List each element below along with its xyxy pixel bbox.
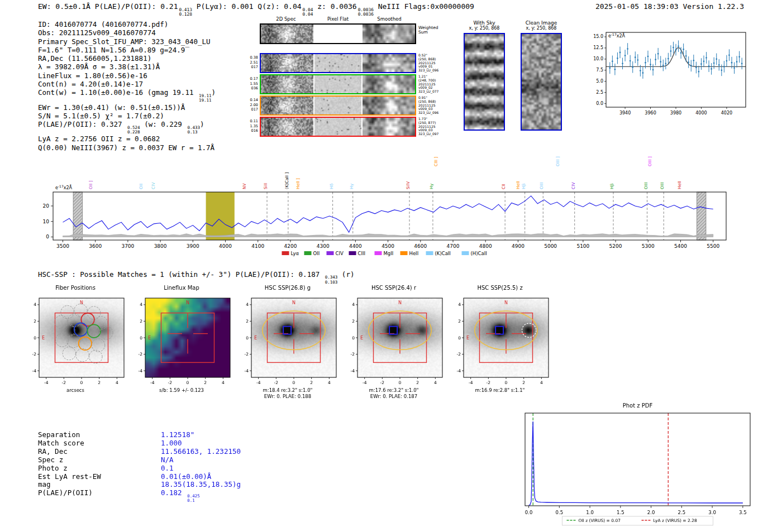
svg-text:0: 0 — [140, 336, 142, 341]
svg-text:0: 0 — [458, 336, 461, 341]
cutout-caption: EWr: 0. PLAE: 0.187 — [341, 394, 447, 399]
catalog-marker — [283, 327, 291, 334]
compass-east: E — [360, 336, 363, 341]
svg-text:-2: -2 — [32, 352, 37, 357]
svg-text:-2: -2 — [139, 352, 143, 357]
svg-text:-4: -4 — [44, 380, 49, 385]
svg-text:-4: -4 — [457, 368, 461, 373]
match-row: Photo z0.1 — [38, 464, 241, 473]
svg-text:4: 4 — [328, 380, 331, 385]
catalog-marker — [495, 327, 503, 334]
svg-text:-2: -2 — [351, 352, 355, 357]
fiber-circle — [55, 334, 68, 347]
svg-text:2: 2 — [204, 380, 207, 385]
svg-text:0: 0 — [246, 336, 249, 341]
legend-label: LyA z (VIRUS) = 2.28 — [654, 518, 697, 523]
svg-text:0: 0 — [34, 336, 36, 341]
match-row: Spec zN/A — [38, 456, 241, 464]
cutout-title: HSC SSP(26.8) g — [235, 285, 341, 291]
match-field-label: RA, Dec — [38, 448, 161, 456]
svg-text:-2: -2 — [274, 380, 279, 385]
fiber-circle — [79, 337, 92, 350]
photz-plot: Phot z PDF0.00.51.01.52.02.53.03.5OII z … — [511, 401, 760, 532]
photz-title: Phot z PDF — [623, 402, 653, 409]
cutout-title: HSC SSP(26.4) r — [341, 285, 447, 291]
cutout-caption: EWr: 0. PLAE: 0.188 — [235, 394, 341, 399]
fiber-circle — [67, 334, 80, 347]
svg-text:2.5: 2.5 — [678, 510, 686, 515]
compass-east: E — [466, 336, 469, 341]
compass-north: N — [504, 300, 508, 305]
match-field-value: N/A — [161, 456, 174, 464]
svg-text:0: 0 — [399, 380, 402, 385]
svg-text:-4: -4 — [351, 368, 355, 373]
fiber-circle — [61, 305, 74, 318]
match-row: mag18.35(18.35,18.35)g — [38, 481, 241, 489]
cutout-caption: m:18.4 re:3.2" s:1.0" — [235, 387, 341, 393]
svg-text:4: 4 — [246, 302, 249, 307]
svg-text:2: 2 — [310, 380, 313, 385]
svg-text:-4: -4 — [469, 380, 473, 385]
fiber-circle — [55, 315, 68, 328]
cutout-axes: -4-4-2-2002244NE — [341, 294, 447, 390]
svg-text:0: 0 — [505, 380, 508, 385]
svg-text:-4: -4 — [256, 380, 261, 385]
cutout-panel: Lineflux Map-4-4-2-2002244NEs/b: 1.59 +/… — [128, 284, 235, 404]
fiber-circle — [92, 339, 104, 352]
fiber-circle — [63, 347, 75, 360]
cutout-axes: -4-4-2-2002244NE — [235, 294, 341, 390]
svg-text:2: 2 — [34, 319, 36, 324]
legend-label: OII z (VIRUS) = 0.07 — [579, 518, 621, 523]
svg-text:2: 2 — [140, 319, 142, 324]
fiber-circle — [100, 326, 113, 339]
match-field-label: Photo z — [38, 464, 161, 473]
svg-text:0: 0 — [352, 336, 355, 341]
cutout-axes: -4-4-2-2002244NE — [447, 294, 553, 390]
fiber-circle — [94, 317, 107, 329]
svg-text:4: 4 — [540, 380, 543, 385]
svg-text:4: 4 — [352, 302, 355, 307]
cutout-axes: -4-4-2-2002244NE — [22, 294, 128, 390]
svg-text:2.0: 2.0 — [647, 510, 655, 515]
svg-text:0: 0 — [293, 380, 295, 385]
svg-text:4: 4 — [222, 380, 225, 385]
svg-text:3.5: 3.5 — [739, 510, 747, 515]
match-field-value: 0.1 — [161, 464, 174, 472]
compass-north: N — [186, 300, 189, 305]
svg-text:2: 2 — [458, 319, 461, 324]
match-field-label: Separation — [38, 431, 161, 439]
svg-text:-2: -2 — [168, 380, 173, 385]
fiber-circle — [68, 314, 81, 327]
sup-sub-value: 0.4250.1 — [187, 494, 200, 504]
compass-east: E — [254, 336, 257, 341]
compass-north: N — [80, 300, 83, 305]
svg-text:-2: -2 — [457, 352, 461, 357]
svg-text:-2: -2 — [487, 380, 491, 385]
fiber-circle — [76, 348, 89, 361]
cutout-title: HSC SSP(25.5) z — [447, 285, 553, 291]
svg-text:-2: -2 — [245, 352, 249, 357]
cutout-caption: arcsecs — [22, 387, 128, 393]
match-table: Separation1.12518"Match score1.000RA, De… — [38, 431, 241, 504]
svg-text:4: 4 — [434, 380, 437, 385]
cutout-panel: HSC SSP(25.5) z-4-4-2-2002244NEm:16.9 re… — [447, 284, 553, 404]
svg-text:-2: -2 — [62, 380, 66, 385]
catalog-marker — [389, 327, 397, 334]
svg-text:0.0: 0.0 — [525, 510, 533, 515]
match-field-value: 0.01(±0.00)Å — [161, 472, 211, 481]
fiber-circle — [87, 324, 100, 337]
match-field-value: 11.566163, 1.232150 — [161, 447, 241, 456]
cutout-panel: HSC SSP(26.4) r-4-4-2-2002244NEm:17.6 re… — [341, 284, 447, 404]
svg-text:2: 2 — [416, 380, 419, 385]
cutout-caption: s/b: 1.59 +/- 0.123 — [128, 387, 235, 393]
svg-text:4: 4 — [34, 302, 36, 307]
compass-north: N — [292, 300, 295, 305]
svg-text:0: 0 — [80, 380, 83, 385]
fiber-circle — [74, 304, 87, 317]
match-row: Match score1.000 — [38, 439, 241, 448]
svg-text:-2: -2 — [380, 380, 385, 385]
compass-east: E — [42, 336, 45, 341]
match-field-value: 18.35(18.35,18.35)g — [161, 480, 241, 488]
cutout-title: Fiber Positions — [22, 285, 128, 291]
svg-text:-4: -4 — [32, 368, 37, 373]
